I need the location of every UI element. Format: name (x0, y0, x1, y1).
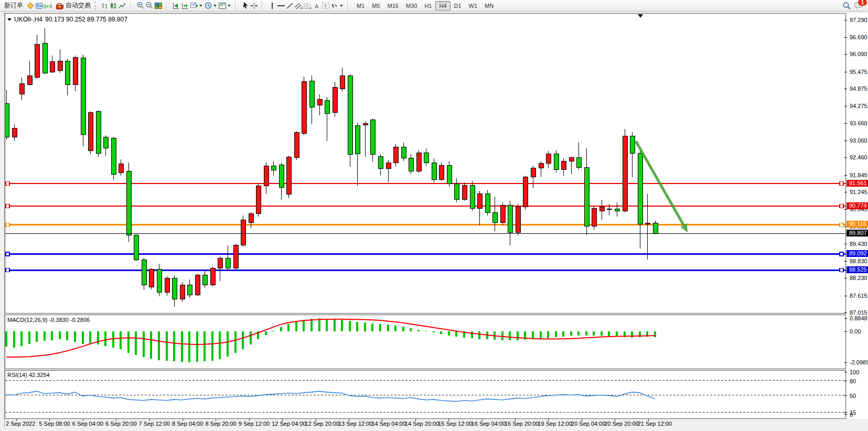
chart-shift-marker[interactable] (638, 14, 643, 18)
templates-dropdown-icon[interactable] (228, 5, 231, 7)
macd-axis-tick (844, 331, 847, 332)
price-axis-tick (844, 209, 847, 210)
price-axis-tick (844, 261, 847, 262)
level-handle[interactable] (840, 252, 843, 256)
candle-body (393, 147, 398, 163)
market-watch-icon[interactable] (26, 2, 35, 10)
macd-pane[interactable] (5, 315, 846, 369)
level-handle[interactable] (6, 268, 9, 272)
candle-body (638, 154, 642, 224)
new-order-button[interactable]: 新订单 (2, 0, 26, 11)
channel-icon[interactable]: E (294, 2, 303, 10)
candle-body (241, 220, 245, 245)
horizontal-line-icon[interactable] (276, 2, 285, 10)
periods-icon[interactable] (203, 2, 212, 10)
crosshair-icon[interactable] (250, 2, 259, 10)
price-axis[interactable]: 97.29096.69096.09095.47594.87594.27593.6… (846, 13, 868, 419)
autotrading-button[interactable]: 自动交易 (52, 0, 93, 11)
line-chart-icon[interactable] (118, 2, 127, 10)
level-handle[interactable] (6, 182, 9, 186)
timeframe-w1-button[interactable]: W1 (465, 1, 481, 10)
time-axis-label: 14 Sep 20:00 (405, 421, 439, 427)
tile-windows-icon[interactable] (154, 2, 163, 10)
candle-body (333, 87, 337, 112)
level-handle[interactable] (840, 223, 843, 227)
level-handle[interactable] (840, 204, 843, 208)
price-badge: 91.561 (846, 180, 868, 187)
time-axis[interactable]: 2 Sep 20225 Sep 08:006 Sep 04:006 Sep 20… (5, 419, 868, 428)
macd-bar (104, 331, 106, 346)
rsi-pane[interactable] (5, 370, 846, 419)
zoom-in-icon[interactable] (136, 2, 145, 10)
navigator-icon[interactable] (35, 2, 44, 10)
trendline-icon[interactable] (285, 2, 294, 10)
label-icon[interactable]: T (321, 2, 330, 10)
chat-icon[interactable]: 1 (854, 2, 863, 10)
candle-body (470, 186, 475, 208)
candle-body (180, 285, 185, 299)
templates-icon[interactable] (218, 2, 227, 10)
candle-body (58, 61, 62, 70)
search-icon[interactable] (842, 2, 851, 10)
macd-bar (272, 331, 274, 331)
timeframe-mn-button[interactable]: MN (481, 1, 497, 10)
candle-body (554, 154, 559, 170)
price-pane[interactable] (5, 13, 846, 314)
arrows-dropdown-icon[interactable] (340, 5, 343, 7)
timeframe-m30-button[interactable]: M30 (402, 1, 421, 10)
timeframe-d1-button[interactable]: D1 (451, 1, 465, 10)
zoom-out-icon[interactable] (145, 2, 154, 10)
candle-body (386, 163, 391, 168)
candle-body (492, 212, 497, 222)
price-badge: 89.807 (846, 230, 868, 236)
periods-dropdown-icon[interactable] (213, 5, 217, 7)
level-handle[interactable] (6, 223, 9, 227)
vertical-line-icon[interactable] (267, 2, 276, 10)
chart-shift-icon[interactable] (180, 2, 189, 10)
timeframe-m1-button[interactable]: M1 (353, 1, 368, 10)
indicators-icon[interactable] (189, 2, 198, 10)
trend-arrow[interactable] (636, 141, 688, 232)
candle-body (286, 157, 291, 195)
candle-body (111, 138, 116, 175)
price-axis-tick (844, 278, 847, 278)
timeframe-m5-button[interactable]: M5 (368, 1, 383, 10)
price-axis-label: 95.475 (850, 69, 867, 75)
text-icon[interactable]: A (312, 2, 321, 10)
macd-bar (234, 331, 237, 353)
price-axis-tick (844, 106, 847, 106)
macd-axis-label: 0.00 (850, 328, 861, 335)
macd-bar (143, 331, 145, 357)
candle-body (226, 258, 230, 268)
indicators-dropdown-icon[interactable] (199, 5, 202, 7)
candle-body (165, 278, 169, 292)
level-handle[interactable] (6, 204, 9, 208)
fibonacci-icon[interactable]: F (303, 2, 312, 10)
timeframe-h1-button[interactable]: H1 (421, 1, 435, 10)
candle-body (523, 177, 528, 207)
timeframe-m15-button[interactable]: M15 (384, 1, 402, 10)
macd-bar (250, 331, 252, 344)
macd-bar (196, 331, 198, 362)
arrows-icon[interactable] (330, 2, 339, 10)
candlestick-chart-icon[interactable] (109, 2, 118, 10)
price-axis-label: 91.245 (850, 189, 867, 195)
level-handle[interactable] (840, 268, 843, 272)
cursor-icon[interactable] (241, 2, 250, 10)
candle-body (576, 158, 581, 167)
macd-bar (364, 322, 366, 331)
macd-bar (66, 331, 68, 340)
toolbar-grip[interactable] (94, 2, 98, 10)
auto-scroll-icon[interactable] (172, 2, 180, 10)
price-axis-tick (844, 141, 847, 141)
symbol-dropdown-icon[interactable] (7, 18, 12, 21)
candle-body (218, 258, 222, 268)
bar-chart-icon[interactable] (100, 2, 109, 10)
signals-icon[interactable] (44, 2, 52, 10)
macd-signal-line (6, 319, 655, 357)
level-handle[interactable] (6, 252, 9, 256)
timeframe-h4-button[interactable]: H4 (435, 1, 450, 10)
candle-body (202, 275, 207, 285)
level-handle[interactable] (840, 182, 843, 186)
candle-body (317, 99, 322, 105)
